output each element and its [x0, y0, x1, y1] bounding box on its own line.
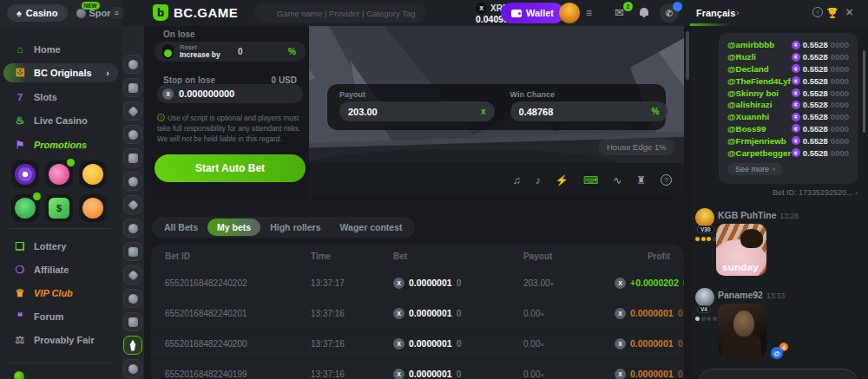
quick-menu-icon[interactable]: ≡: [586, 7, 592, 19]
mention-row[interactable]: @Ruzli¢0.55280000: [727, 51, 849, 63]
armor-icon[interactable]: ♜: [636, 174, 646, 186]
avatar[interactable]: [695, 288, 714, 307]
mention-row[interactable]: @Frmjenriewb¢0.55280000: [727, 134, 849, 147]
bc-game-logo[interactable]: b BC.GAME: [153, 4, 238, 21]
game-icon-7[interactable]: [123, 195, 142, 214]
sidebar-item-bc-originals[interactable]: ⚄ BC Originals ›: [3, 63, 118, 82]
mail-icon[interactable]: ✉: [615, 6, 624, 19]
sidebar-item-promotions[interactable]: ⚑ Promotions: [0, 135, 122, 154]
mention-amount: 0.5528: [803, 40, 828, 49]
tab-high-rollers[interactable]: High rollers: [260, 219, 330, 236]
tab-wager-contest[interactable]: Wager contest: [331, 219, 412, 236]
payout-input[interactable]: [348, 107, 481, 117]
hotkeys-icon[interactable]: ⚡: [556, 174, 569, 186]
info-icon[interactable]: !: [812, 7, 823, 17]
mention-row[interactable]: @alishirazi¢0.55280000: [727, 99, 849, 111]
mention-row[interactable]: @Boss99¢0.55280000: [727, 123, 849, 135]
bc-coin-icon: ¢: [792, 76, 800, 85]
sidebar-item-provably-fair[interactable]: ⚖ Provably Fair: [0, 330, 122, 350]
chat-gif-portrait[interactable]: [718, 304, 766, 357]
language-selector[interactable]: Français: [696, 8, 735, 18]
avatar[interactable]: [695, 208, 714, 227]
payout-field[interactable]: x: [339, 101, 495, 121]
bell-icon[interactable]: [640, 8, 648, 16]
chat-gif-sunday[interactable]: sunday: [716, 224, 766, 276]
trophy-icon[interactable]: [826, 7, 838, 18]
mention-amount: 0.5528: [803, 64, 828, 74]
close-icon[interactable]: ✕: [845, 7, 853, 18]
chat-username[interactable]: Paname9213:33: [718, 290, 785, 300]
game-icon-8[interactable]: [123, 219, 142, 238]
sidebar-item-slots[interactable]: 7 Slots: [0, 88, 122, 107]
promo-clover-tile[interactable]: [11, 194, 39, 222]
sidebar-item-lottery[interactable]: ❏ Lottery: [0, 237, 122, 256]
sound-icon[interactable]: ♪: [536, 174, 541, 186]
sidebar-item-affiliate[interactable]: ❍ Affiliate: [0, 260, 122, 279]
bet-id-link[interactable]: Bet ID: 17335292520... ›: [719, 188, 858, 197]
sidebar-item-vip-club[interactable]: ♛ VIP Club: [0, 284, 122, 303]
mention-row[interactable]: @TheFiend4Lyf¢0.55280000: [727, 75, 849, 87]
game-icon-10[interactable]: [123, 265, 142, 284]
mention-row[interactable]: @Carpetbegger¢0.55280000: [727, 147, 849, 159]
game-icon-12[interactable]: [123, 312, 142, 331]
mention-row[interactable]: @Skinny boi¢0.55280000: [727, 87, 849, 99]
start-auto-bet-button[interactable]: Start Auto Bet: [155, 154, 306, 182]
promo-vip-tile[interactable]: [79, 194, 107, 222]
on-lose-control[interactable]: Reset Increase by 0 %: [155, 42, 306, 62]
game-icon-limbo-active[interactable]: [123, 336, 142, 355]
chat-message-input[interactable]: [699, 369, 858, 379]
see-more-button[interactable]: See more›: [727, 163, 783, 175]
house-edge-badge: House Edge 1%: [599, 139, 674, 155]
mention-row[interactable]: @Xuannhi¢0.55280000: [727, 111, 849, 123]
game-icon-9[interactable]: [123, 242, 142, 261]
promo-wheel-tile[interactable]: [45, 160, 73, 188]
collapse-menu-button[interactable]: ≡: [110, 7, 123, 19]
chat-scrollbar[interactable]: [863, 50, 865, 133]
promo-spin-tile[interactable]: [11, 160, 39, 188]
table-row[interactable]: 65520168482240202 13:37:17 X0.00000010 2…: [151, 267, 684, 297]
mention-row[interactable]: @amirbbbb¢0.55280000: [727, 39, 849, 51]
mention-row[interactable]: @Decland¢0.55280000: [727, 63, 849, 75]
sidebar-item-forum[interactable]: ❝ Forum: [0, 307, 122, 326]
game-icon-4[interactable]: [123, 125, 142, 144]
bet-id: 65520168482240201: [165, 309, 311, 318]
increase-value[interactable]: 0: [238, 47, 243, 56]
bet-time: 13:37:16: [311, 339, 393, 349]
mention-reaction-badge[interactable]: @: [771, 347, 783, 359]
game-icon-5[interactable]: [123, 148, 142, 167]
stop-amount-input[interactable]: [179, 88, 283, 99]
music-icon[interactable]: ♫: [513, 174, 521, 186]
game-icon-6[interactable]: [123, 172, 142, 191]
game-icon-1[interactable]: [123, 55, 142, 74]
search-input[interactable]: [254, 3, 426, 23]
sidebar-label: Promotions: [34, 140, 87, 150]
reset-increase-toggle[interactable]: [162, 44, 174, 59]
win-chance-field[interactable]: %: [510, 101, 668, 121]
help-icon[interactable]: ?: [661, 174, 672, 186]
user-avatar[interactable]: [559, 3, 580, 23]
wallet-button[interactable]: Wallet: [501, 3, 564, 23]
sidebar-item-home[interactable]: ⌂ Home: [0, 40, 122, 59]
keyboard-icon[interactable]: ⌨: [583, 174, 598, 186]
chat-username[interactable]: KGB PuhTine13:28: [718, 210, 799, 220]
promo-cash-tile[interactable]: $: [45, 194, 73, 222]
scrollbar[interactable]: [686, 31, 689, 80]
sidebar-label: Provably Fair: [34, 335, 95, 345]
sidebar-item-live-casino[interactable]: ♨ Live Casino: [0, 111, 122, 130]
tab-all-bets[interactable]: All Bets: [155, 219, 207, 236]
game-icon-2[interactable]: [123, 78, 142, 97]
mention-amount-dim: 0000: [831, 40, 849, 49]
table-row[interactable]: 65520168482240201 13:37:16 X0.00000010 0…: [151, 297, 684, 328]
table-row[interactable]: 65520168482240200 13:37:16 X0.00000010 0…: [151, 328, 684, 358]
game-icon-11[interactable]: [123, 289, 142, 308]
win-chance-input[interactable]: [519, 107, 652, 117]
casino-tab[interactable]: ♠ Casino: [7, 4, 68, 22]
tab-my-bets[interactable]: My bets: [207, 219, 260, 236]
stop-amount-field[interactable]: X: [157, 84, 303, 103]
bet-id: 65520168482240202: [165, 278, 311, 288]
promo-piggy-tile[interactable]: [79, 160, 107, 188]
game-icon-14[interactable]: [123, 359, 142, 378]
table-row[interactable]: 65520168482240199 13:37:16 X0.00000010 0…: [151, 358, 684, 379]
trends-icon[interactable]: ∿: [613, 174, 621, 186]
game-icon-3[interactable]: [123, 101, 142, 121]
